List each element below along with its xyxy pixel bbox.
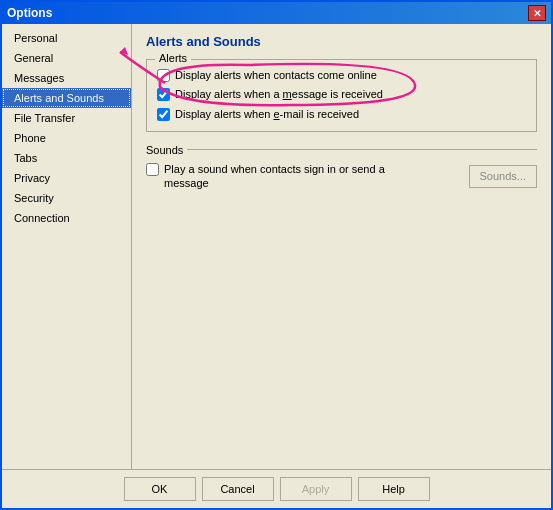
sounds-label: Sounds — [146, 144, 183, 156]
sidebar-item-security[interactable]: Security — [2, 188, 131, 208]
sounds-section: Sounds Play a sound when contacts sign i… — [146, 144, 537, 191]
alert3-label[interactable]: Display alerts when e-mail is received — [175, 107, 359, 121]
help-button[interactable]: Help — [358, 477, 430, 501]
apply-button[interactable]: Apply — [280, 477, 352, 501]
options-window: Options ✕ Personal General Messages Aler… — [0, 0, 553, 510]
title-bar: Options ✕ — [2, 2, 551, 24]
title-bar-controls: ✕ — [528, 5, 546, 21]
sidebar-item-general[interactable]: General — [2, 48, 131, 68]
alert2-checkbox[interactable] — [157, 88, 170, 101]
main-content: Alerts and Sounds Alerts Display alerts … — [132, 24, 551, 469]
window-title: Options — [7, 6, 52, 20]
alert2-label[interactable]: Display alerts when a message is receive… — [175, 87, 383, 101]
alert1-label[interactable]: Display alerts when contacts come online — [175, 68, 377, 82]
sidebar-item-connection[interactable]: Connection — [2, 208, 131, 228]
alert1-checkbox[interactable] — [157, 69, 170, 82]
sound-label[interactable]: Play a sound when contacts sign in or se… — [164, 162, 394, 191]
sound-checkbox[interactable] — [146, 163, 159, 176]
sounds-row: Play a sound when contacts sign in or se… — [146, 162, 537, 191]
sidebar-item-file-transfer[interactable]: File Transfer — [2, 108, 131, 128]
cancel-button[interactable]: Cancel — [202, 477, 274, 501]
sounds-header: Sounds — [146, 144, 537, 156]
sidebar-item-phone[interactable]: Phone — [2, 128, 131, 148]
alert3-row: Display alerts when e-mail is received — [157, 107, 526, 121]
sounds-button[interactable]: Sounds... — [469, 165, 537, 188]
sidebar-item-privacy[interactable]: Privacy — [2, 168, 131, 188]
section-title: Alerts and Sounds — [146, 34, 537, 49]
sidebar-item-alerts-and-sounds[interactable]: Alerts and Sounds — [2, 88, 131, 108]
sidebar-item-tabs[interactable]: Tabs — [2, 148, 131, 168]
alert1-row: Display alerts when contacts come online — [157, 68, 526, 82]
alerts-legend: Alerts — [155, 52, 191, 64]
sidebar-item-messages[interactable]: Messages — [2, 68, 131, 88]
sounds-divider — [187, 149, 537, 150]
bottom-bar: OK Cancel Apply Help — [2, 469, 551, 508]
window-body: Personal General Messages Alerts and Sou… — [2, 24, 551, 469]
sounds-left: Play a sound when contacts sign in or se… — [146, 162, 394, 191]
ok-button[interactable]: OK — [124, 477, 196, 501]
alert3-underline: e — [273, 108, 279, 120]
close-button[interactable]: ✕ — [528, 5, 546, 21]
alert2-underline: m — [283, 88, 292, 100]
sidebar-item-personal[interactable]: Personal — [2, 28, 131, 48]
alert3-checkbox[interactable] — [157, 108, 170, 121]
alerts-group-box: Alerts Display alerts when contacts come… — [146, 59, 537, 132]
alert2-row: Display alerts when a message is receive… — [157, 87, 526, 101]
sidebar: Personal General Messages Alerts and Sou… — [2, 24, 132, 469]
